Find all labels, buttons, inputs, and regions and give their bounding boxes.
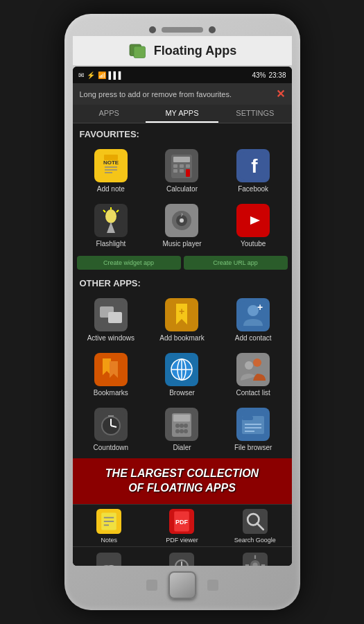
svg-point-63: [180, 424, 184, 428]
promo-line1: THE LARGEST COLLECTION: [80, 467, 285, 481]
svg-rect-34: [108, 312, 122, 323]
app-active-windows-icon: [94, 298, 128, 331]
svg-point-27: [180, 218, 184, 223]
favourites-title: FAVOURITES:: [73, 123, 292, 142]
app-facebook-icon: f: [236, 149, 270, 182]
app-browser-icon: [165, 353, 198, 386]
app-music-player-label: Music player: [162, 240, 201, 248]
phone-bottom-controls: [146, 566, 218, 602]
app-countdown-label: Countdown: [94, 444, 129, 451]
app-facebook[interactable]: f Facebook: [219, 145, 288, 197]
app-add-contact-icon: +: [236, 298, 270, 331]
app-bookmarks-icon: [94, 353, 128, 386]
app-notes[interactable]: Notes: [73, 505, 146, 546]
svg-rect-10: [173, 164, 177, 168]
app-pdf-viewer-icon: PDF: [168, 508, 196, 535]
signal-icon: ▌▌▌: [109, 71, 123, 79]
app-bookmarks-label: Bookmarks: [94, 389, 128, 397]
more-app-1[interactable]: [73, 550, 146, 566]
app-calculator-label: Calculator: [166, 185, 198, 193]
svg-point-67: [184, 429, 188, 433]
toast-close-button[interactable]: ✕: [276, 87, 285, 101]
phone-device: Floating Apps ✉ ⚡ 📶 ▌▌▌ 43% 23:38 Long p…: [64, 14, 300, 610]
app-countdown-icon: [94, 408, 128, 441]
create-url-app-button[interactable]: Create URL app: [184, 256, 288, 270]
toast-notification: Long press to add or remove from favouri…: [73, 83, 292, 105]
more-app-2[interactable]: [146, 550, 218, 566]
app-music-player[interactable]: ♪ Music player: [148, 200, 216, 252]
app-add-contact[interactable]: + Add contact: [219, 294, 288, 346]
time-display: 23:38: [268, 71, 286, 79]
svg-rect-11: [180, 164, 184, 168]
svg-point-51: [245, 361, 253, 370]
bottom-apps-row: Notes PDF PDF viewer: [73, 504, 292, 546]
app-flashlight[interactable]: Flashlight: [77, 200, 146, 252]
app-search-google-icon: [241, 508, 269, 535]
svg-rect-13: [173, 169, 177, 173]
svg-point-62: [175, 424, 180, 428]
svg-text:NOTE: NOTE: [103, 159, 119, 166]
app-pdf-viewer[interactable]: PDF PDF viewer: [146, 505, 218, 546]
app-browser[interactable]: Browser: [148, 349, 216, 401]
status-bar: ✉ ⚡ 📶 ▌▌▌ 43% 23:38: [73, 67, 292, 83]
app-youtube[interactable]: Youtube: [219, 200, 288, 252]
other-apps-grid: Active windows + Add bookmark: [73, 291, 292, 458]
phone-left-soft-button[interactable]: [146, 580, 157, 591]
app-calculator-icon: [165, 149, 198, 182]
phone-speaker: [162, 27, 203, 33]
promo-banner: THE LARGEST COLLECTION OF FLOATING APPS: [73, 458, 292, 504]
app-youtube-icon: [236, 204, 270, 237]
widget-buttons-row: Create widget app Create URL app: [73, 254, 292, 272]
app-browser-label: Browser: [169, 389, 195, 397]
svg-point-64: [184, 424, 188, 428]
bluetooth-icon: ⚡: [87, 71, 95, 79]
more-apps-row: [73, 546, 292, 566]
app-logo-icon: [128, 40, 148, 61]
svg-rect-15: [186, 169, 190, 177]
app-contact-list[interactable]: Contact list: [219, 349, 288, 401]
app-active-windows-label: Active windows: [87, 334, 135, 342]
app-dialer-label: Dialer: [173, 444, 191, 451]
svg-rect-85: [98, 554, 120, 566]
status-right: 43% 23:38: [252, 71, 286, 79]
favourites-grid: NOTE Add note: [73, 142, 292, 254]
app-search-google[interactable]: Search Google: [218, 505, 291, 546]
phone-home-button[interactable]: [168, 571, 196, 599]
app-add-bookmark[interactable]: + Add bookmark: [148, 294, 216, 346]
phone-screen: ✉ ⚡ 📶 ▌▌▌ 43% 23:38 Long press to add or…: [73, 67, 292, 566]
svg-rect-1: [134, 46, 146, 58]
svg-text:f: f: [251, 155, 258, 177]
wifi-icon: 📶: [98, 71, 106, 79]
more-app-1-icon: [96, 553, 121, 566]
app-file-browser-label: File browser: [234, 444, 272, 451]
status-left-icons: ✉ ⚡ 📶 ▌▌▌: [78, 71, 123, 79]
tab-my-apps[interactable]: MY APPS: [146, 105, 218, 123]
app-add-note[interactable]: NOTE Add note: [77, 145, 146, 197]
svg-text:+: +: [179, 306, 184, 317]
tab-apps[interactable]: APPS: [73, 105, 146, 123]
other-apps-title: OTHER APPS:: [73, 272, 292, 291]
phone-camera: [149, 26, 156, 33]
app-contact-list-label: Contact list: [236, 389, 270, 397]
app-file-browser[interactable]: File browser: [219, 404, 288, 456]
create-widget-app-button[interactable]: Create widget app: [77, 256, 181, 270]
email-icon: ✉: [78, 71, 84, 79]
app-add-bookmark-label: Add bookmark: [159, 334, 204, 342]
svg-point-65: [175, 429, 180, 433]
app-notes-icon: [95, 508, 123, 535]
tab-settings[interactable]: SETTINGS: [218, 105, 291, 123]
phone-right-soft-button[interactable]: [207, 580, 218, 591]
app-file-browser-icon: [236, 408, 270, 441]
app-search-google-label: Search Google: [234, 537, 276, 544]
app-countdown[interactable]: Countdown: [77, 404, 146, 456]
more-app-3[interactable]: [218, 550, 291, 566]
app-dialer[interactable]: Dialer: [148, 404, 216, 456]
app-calculator[interactable]: Calculator: [148, 145, 216, 197]
svg-text:PDF: PDF: [175, 518, 189, 525]
app-add-note-label: Add note: [97, 185, 125, 193]
toast-message: Long press to add or remove from favouri…: [80, 90, 232, 98]
app-active-windows[interactable]: Active windows: [77, 294, 146, 346]
app-title: Floating Apps: [154, 44, 236, 58]
battery-text: 43%: [252, 71, 266, 79]
app-bookmarks[interactable]: Bookmarks: [77, 349, 146, 401]
